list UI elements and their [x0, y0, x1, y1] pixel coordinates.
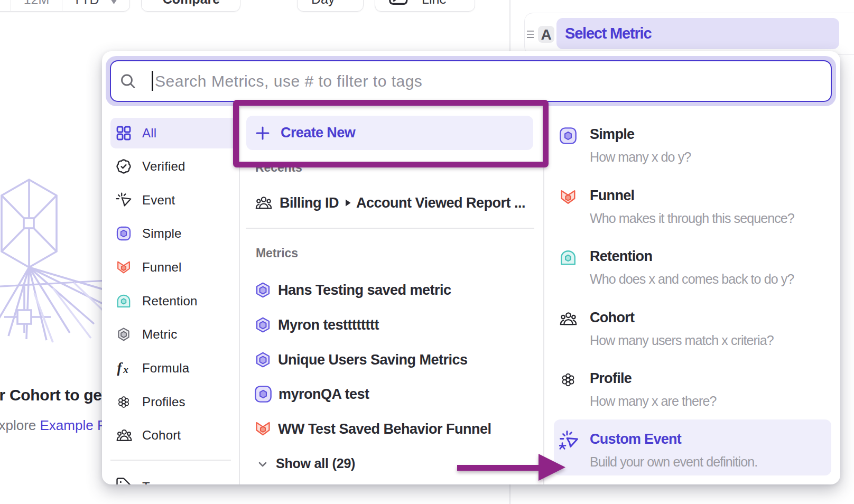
svg-text:x: x — [123, 364, 128, 375]
svg-text:f: f — [117, 360, 124, 376]
